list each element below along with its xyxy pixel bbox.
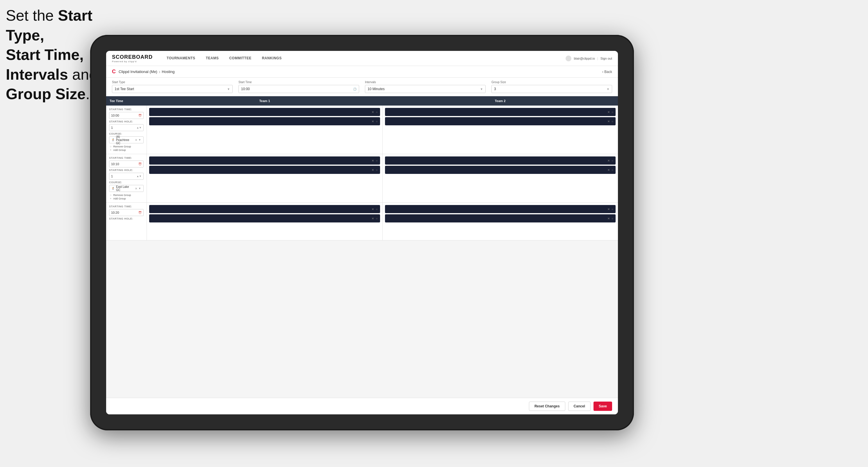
tee-actions-1: ○ Remove Group + Add Group xyxy=(109,145,144,152)
add-group-btn-2[interactable]: + Add Group xyxy=(109,197,144,200)
player-o-icon[interactable]: ○ xyxy=(612,159,613,162)
starting-hole-select-2[interactable]: 1 ▲▼ xyxy=(109,173,144,180)
player-o-icon[interactable]: ○ xyxy=(612,120,613,123)
add-group-btn-1[interactable]: + Add Group xyxy=(109,149,144,152)
player-x-icon[interactable]: ✕ xyxy=(608,120,610,123)
player-x-icon[interactable]: ✕ xyxy=(608,168,610,172)
course-label-1: COURSE: xyxy=(109,132,144,135)
chevron-icon-hole-2: ▲▼ xyxy=(136,175,142,178)
tab-rankings[interactable]: RANKINGS xyxy=(257,51,287,66)
player-o-icon[interactable]: ○ xyxy=(376,111,377,114)
course-tag-1[interactable]: 🏌 (A) Peachtree GC ✕ ▼ xyxy=(109,136,144,143)
user-email: blair@clippd.io xyxy=(574,57,595,60)
breadcrumb-tournament[interactable]: Clippd Invitational (Me) xyxy=(119,69,157,74)
cancel-button[interactable]: Cancel xyxy=(568,402,591,411)
chevron-down-icon-3: ▼ xyxy=(607,88,610,91)
main-content: STARTING TIME: 10:00 ⏰ STARTING HOLE: 1 … xyxy=(106,105,618,398)
tablet-frame: SCOREBOARD Powered by clipp'd TOURNAMENT… xyxy=(90,35,634,430)
start-time-select[interactable]: 10:00 🕐 xyxy=(239,85,359,93)
user-avatar xyxy=(565,56,571,61)
starting-time-label-2: STARTING TIME: xyxy=(109,156,144,159)
player-x-icon[interactable]: ✕ xyxy=(372,120,374,123)
group-size-select[interactable]: 3 ▼ xyxy=(491,85,612,93)
table-header: Tee Time Team 1 Team 2 xyxy=(106,96,618,105)
players-area-3: ✕ ○ ✕ ○ ✕ ○ ✕ xyxy=(147,203,618,240)
tab-teams[interactable]: TEAMS xyxy=(200,51,224,66)
players-area-1: ✕ ○ ✕ ○ ✕ ○ ✕ xyxy=(147,105,618,154)
starting-hole-label-1: STARTING HOLE: xyxy=(109,120,144,123)
player-row-3-1: ✕ ○ xyxy=(149,156,380,164)
tee-actions-2: ○ Remove Group + Add Group xyxy=(109,194,144,200)
annotation-bold3: Intervals xyxy=(6,66,68,83)
tablet-screen: SCOREBOARD Powered by clipp'd TOURNAMENT… xyxy=(106,51,618,414)
back-button[interactable]: Back xyxy=(602,70,612,74)
nav-user: blair@clippd.io | Sign out xyxy=(565,56,612,61)
remove-group-btn-1[interactable]: ○ Remove Group xyxy=(109,145,144,148)
course-remove-icon-1[interactable]: ✕ xyxy=(135,138,137,142)
player-x-icon[interactable]: ✕ xyxy=(608,159,610,162)
starting-time-input-2[interactable]: 10:10 ⏰ xyxy=(109,160,144,167)
start-time-field: Start Time 10:00 🕐 xyxy=(239,81,359,93)
starting-hole-label-2: STARTING HOLE: xyxy=(109,169,144,172)
starting-hole-label-3: STARTING HOLE: xyxy=(109,217,144,220)
annotation-line1: Set the Start Type, xyxy=(6,7,92,43)
player-x-icon[interactable]: ✕ xyxy=(372,217,374,220)
player-o-icon[interactable]: ○ xyxy=(612,208,613,211)
player-x-icon[interactable]: ✕ xyxy=(608,111,610,114)
players-area-2: ✕ ○ ✕ ○ ✕ ○ ✕ xyxy=(147,154,618,203)
tab-tournaments[interactable]: TOURNAMENTS xyxy=(161,51,200,66)
chevron-down-icon-2: ▼ xyxy=(480,88,483,91)
course-tag-2[interactable]: 🏌 East Lake GC ✕ ▼ xyxy=(109,185,144,192)
th-tee-time: Tee Time xyxy=(106,96,147,105)
course-icon-1: 🏌 xyxy=(112,138,115,141)
course-icon-2: 🏌 xyxy=(112,187,115,190)
player-x-icon[interactable]: ✕ xyxy=(372,208,374,211)
sign-out-link[interactable]: Sign out xyxy=(600,57,612,60)
player-x-icon[interactable]: ✕ xyxy=(372,111,374,114)
breadcrumb-logo: C xyxy=(112,69,116,75)
start-type-select[interactable]: 1st Tee Start ▼ xyxy=(112,85,232,93)
tee-cell-3: STARTING TIME: 10:20 ⏰ STARTING HOLE: xyxy=(106,203,147,240)
chevron-down-icon: ▼ xyxy=(227,88,230,91)
player-x-icon[interactable]: ✕ xyxy=(608,217,610,220)
player-row-2-1: ✕ ○ xyxy=(385,108,616,116)
starting-time-input-3[interactable]: 10:20 ⏰ xyxy=(109,209,144,216)
save-button[interactable]: Save xyxy=(593,402,612,411)
start-type-field: Start Type 1st Tee Start ▼ xyxy=(112,81,232,93)
nav-bar: SCOREBOARD Powered by clipp'd TOURNAMENT… xyxy=(106,51,618,66)
course-remove-icon-2[interactable]: ✕ xyxy=(135,187,137,190)
group-size-field: Group Size 3 ▼ xyxy=(491,81,612,93)
clock-icon-3: ⏰ xyxy=(138,211,142,214)
chevron-icon-hole-1: ▲▼ xyxy=(136,126,142,129)
starting-time-input-1[interactable]: 10:00 ⏰ xyxy=(109,112,144,119)
logo: SCOREBOARD Powered by clipp'd xyxy=(112,54,153,63)
starting-time-label-1: STARTING TIME: xyxy=(109,108,144,111)
player-x-icon[interactable]: ✕ xyxy=(608,208,610,211)
group-row-3: STARTING TIME: 10:20 ⏰ STARTING HOLE: ✕ … xyxy=(106,203,618,241)
chevron-course-2: ▼ xyxy=(138,187,141,190)
player-row-5-2: ✕ ○ xyxy=(149,214,380,222)
team1-cell-2: ✕ ○ ✕ ○ xyxy=(147,154,383,203)
player-o-icon[interactable]: ○ xyxy=(612,217,613,220)
tee-cell-1: STARTING TIME: 10:00 ⏰ STARTING HOLE: 1 … xyxy=(106,105,147,154)
remove-group-btn-2[interactable]: ○ Remove Group xyxy=(109,194,144,196)
tab-committee[interactable]: COMMITTEE xyxy=(224,51,257,66)
player-o-icon[interactable]: ○ xyxy=(376,168,377,172)
player-o-icon[interactable]: ○ xyxy=(612,111,613,114)
player-x-icon[interactable]: ✕ xyxy=(372,159,374,162)
starting-hole-select-1[interactable]: 1 ▲▼ xyxy=(109,124,144,131)
player-x-icon[interactable]: ✕ xyxy=(372,168,374,172)
team2-cell-3: ✕ ○ ✕ ○ xyxy=(383,203,618,240)
clock-icon-2: ⏰ xyxy=(138,162,142,165)
player-o-icon[interactable]: ○ xyxy=(612,168,613,172)
intervals-select[interactable]: 10 Minutes ▼ xyxy=(365,85,486,93)
reset-changes-button[interactable]: Reset Changes xyxy=(529,402,565,411)
player-o-icon[interactable]: ○ xyxy=(376,208,377,211)
course-label-2: COURSE: xyxy=(109,181,144,184)
player-o-icon[interactable]: ○ xyxy=(376,120,377,123)
player-o-icon[interactable]: ○ xyxy=(376,159,377,162)
footer-bar: Reset Changes Cancel Save xyxy=(106,398,618,414)
group-row-1: STARTING TIME: 10:00 ⏰ STARTING HOLE: 1 … xyxy=(106,105,618,154)
intervals-field: Intervals 10 Minutes ▼ xyxy=(365,81,486,93)
player-o-icon[interactable]: ○ xyxy=(376,217,377,220)
